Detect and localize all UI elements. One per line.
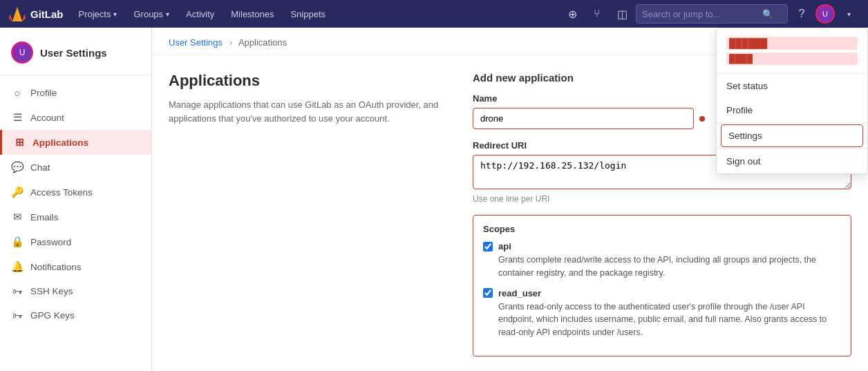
dropdown-sign-out[interactable]: Sign out bbox=[717, 149, 867, 173]
nav-activity[interactable]: Activity bbox=[179, 0, 221, 28]
dropdown-profile[interactable]: Profile bbox=[717, 98, 867, 122]
gitlab-logo[interactable]: GitLab bbox=[8, 5, 64, 23]
breadcrumb-parent[interactable]: User Settings bbox=[169, 37, 223, 48]
sidebar-item-emails[interactable]: ✉ Emails bbox=[0, 204, 151, 229]
sidebar-item-chat[interactable]: 💬 Chat bbox=[0, 155, 151, 180]
dropdown-set-status[interactable]: Set status bbox=[717, 74, 867, 98]
nav-milestones[interactable]: Milestones bbox=[224, 0, 281, 28]
sidebar-item-label: Emails bbox=[30, 212, 59, 222]
user-menu-arrow[interactable]: ▾ bbox=[838, 3, 860, 25]
help-button[interactable]: ? bbox=[791, 3, 813, 25]
scope-api-checkbox[interactable] bbox=[483, 242, 493, 251]
nav-snippets[interactable]: Snippets bbox=[283, 0, 332, 28]
sidebar-item-label: Applications bbox=[32, 137, 88, 148]
page-description: Manage applications that can use GitLab … bbox=[169, 98, 445, 125]
scope-api-name: api bbox=[498, 241, 511, 251]
sidebar: U User Settings ○ Profile ☰ Account ⊞ Ap… bbox=[0, 28, 152, 371]
sidebar-item-label: Profile bbox=[30, 88, 57, 98]
page-title: Applications bbox=[169, 72, 445, 90]
scope-read-user-checkbox[interactable] bbox=[483, 288, 493, 298]
search-input[interactable] bbox=[642, 9, 760, 19]
sidebar-item-label: Access Tokens bbox=[30, 187, 93, 198]
scopes-box: Scopes api Grants complete read/write ac… bbox=[473, 215, 851, 356]
account-icon: ☰ bbox=[11, 111, 23, 124]
sidebar-title: User Settings bbox=[40, 47, 107, 59]
logo-text: GitLab bbox=[30, 8, 64, 20]
redirect-hint: Use one line per URI bbox=[473, 194, 851, 204]
sidebar-item-password[interactable]: 🔒 Password bbox=[0, 229, 151, 254]
gpg-icon: 🗝 bbox=[11, 310, 23, 321]
required-indicator bbox=[699, 116, 705, 122]
chat-icon: 💬 bbox=[11, 161, 23, 173]
name-input[interactable] bbox=[473, 108, 694, 129]
search-box[interactable]: 🔍 bbox=[636, 4, 788, 23]
help-icon: ? bbox=[799, 8, 805, 20]
password-icon: 🔒 bbox=[11, 236, 23, 248]
user-dropdown-menu: ██████ ████ Set status Profile Settings … bbox=[716, 28, 868, 174]
new-item-button[interactable]: ⊕ bbox=[561, 3, 583, 25]
sidebar-item-label: Notifications bbox=[30, 262, 82, 272]
sidebar-item-profile[interactable]: ○ Profile bbox=[0, 81, 151, 105]
scope-read-user-label[interactable]: read_user bbox=[483, 288, 841, 298]
breadcrumb-separator: › bbox=[229, 37, 232, 48]
search-icon: 🔍 bbox=[762, 9, 773, 19]
scope-api-description: Grants complete read/write access to the… bbox=[483, 254, 841, 280]
merge-requests-button[interactable]: ⑂ bbox=[586, 3, 608, 25]
email-icon: ✉ bbox=[11, 211, 23, 223]
projects-arrow-icon: ▾ bbox=[113, 10, 117, 18]
plus-icon: ⊕ bbox=[568, 8, 577, 21]
ssh-icon: 🗝 bbox=[11, 285, 23, 297]
dropdown-email: ████ bbox=[726, 53, 858, 65]
user-avatar-button[interactable]: U bbox=[815, 4, 835, 23]
notifications-icon: 🔔 bbox=[11, 260, 23, 273]
scope-api-label[interactable]: api bbox=[483, 241, 841, 251]
sidebar-item-ssh-keys[interactable]: 🗝 SSH Keys bbox=[0, 279, 151, 303]
dropdown-settings[interactable]: Settings bbox=[721, 124, 863, 147]
groups-arrow-icon: ▾ bbox=[166, 10, 169, 18]
dropdown-divider bbox=[717, 122, 867, 123]
dropdown-user-section: ██████ ████ bbox=[717, 28, 867, 74]
dropdown-username: ██████ bbox=[726, 37, 858, 50]
profile-icon: ○ bbox=[11, 87, 23, 99]
scope-read-user: read_user Grants read-only access to the… bbox=[483, 288, 841, 339]
scope-api: api Grants complete read/write access to… bbox=[483, 241, 841, 280]
sidebar-item-label: Account bbox=[30, 113, 64, 123]
merge-request-icon: ⑂ bbox=[594, 8, 601, 20]
token-icon: 🔑 bbox=[11, 186, 23, 198]
scopes-group: Scopes api Grants complete read/write ac… bbox=[473, 215, 851, 356]
sidebar-item-label: SSH Keys bbox=[30, 286, 73, 296]
sidebar-item-gpg-keys[interactable]: 🗝 GPG Keys bbox=[0, 303, 151, 327]
sidebar-item-access-tokens[interactable]: 🔑 Access Tokens bbox=[0, 180, 151, 204]
applications-icon: ⊞ bbox=[13, 136, 26, 149]
sidebar-item-account[interactable]: ☰ Account bbox=[0, 105, 151, 130]
sidebar-avatar: U bbox=[11, 41, 33, 64]
scope-read-user-description: Grants read-only access to the authentic… bbox=[483, 301, 841, 339]
scopes-title: Scopes bbox=[483, 224, 841, 234]
nav-groups[interactable]: Groups ▾ bbox=[126, 0, 176, 28]
sidebar-item-label: GPG Keys bbox=[30, 310, 75, 321]
issues-icon: ◫ bbox=[617, 8, 628, 21]
sidebar-item-label: Password bbox=[30, 237, 71, 247]
sidebar-header: U User Settings bbox=[0, 33, 151, 75]
sidebar-item-label: Chat bbox=[30, 162, 50, 173]
breadcrumb-current: Applications bbox=[238, 37, 287, 48]
sidebar-item-notifications[interactable]: 🔔 Notifications bbox=[0, 254, 151, 279]
page-description-section: Applications Manage applications that ca… bbox=[169, 72, 445, 368]
issues-button[interactable]: ◫ bbox=[611, 3, 633, 25]
sidebar-item-applications[interactable]: ⊞ Applications bbox=[0, 130, 151, 155]
nav-projects[interactable]: Projects ▾ bbox=[72, 0, 124, 28]
top-navigation: GitLab Projects ▾ Groups ▾ Activity Mile… bbox=[0, 0, 868, 28]
scope-read-user-name: read_user bbox=[498, 288, 541, 298]
